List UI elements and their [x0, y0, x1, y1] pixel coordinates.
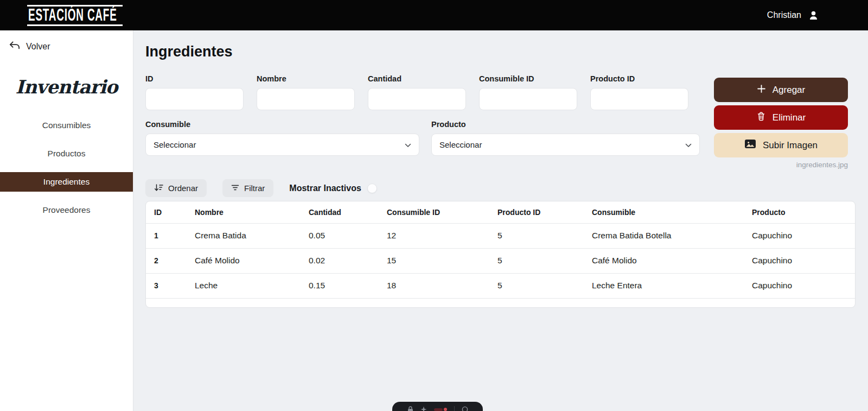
sidebar-nav: ConsumiblesProductosIngredientesProveedo… [0, 116, 133, 220]
select-label: Producto [431, 120, 700, 129]
table-cell: 2 [146, 248, 187, 273]
sidebar: Volver Inventario ConsumiblesProductosIn… [0, 30, 133, 411]
user-menu[interactable]: Christian [767, 10, 819, 21]
table-cell: Crema Batida Botella [584, 223, 744, 248]
consumible-select[interactable]: Seleccionar [145, 134, 419, 156]
person-icon [808, 10, 819, 21]
sidebar-item-proveedores[interactable]: Proveedores [0, 200, 133, 220]
table-body: 1Crema Batida0.05125Crema Batida Botella… [146, 223, 855, 298]
filter-input-cantidad[interactable] [368, 88, 466, 110]
main-content: Ingredientes ID Nombre Cantidad Consumib… [134, 30, 868, 411]
plus-icon [757, 84, 766, 96]
chevron-down-icon [405, 140, 411, 149]
select-field: Consumible Seleccionar [145, 120, 419, 156]
filter-input-id[interactable] [145, 88, 244, 110]
select-field: Producto Seleccionar [431, 120, 700, 156]
filter-input-nombre[interactable] [257, 88, 355, 110]
table-row[interactable]: 1Crema Batida0.05125Crema Batida Botella… [146, 223, 855, 248]
filter-field: Consumible ID [479, 74, 577, 110]
table-cell: 0.15 [301, 273, 379, 298]
back-label: Volver [26, 42, 50, 52]
table-cell: 15 [379, 248, 489, 273]
select-value: Seleccionar [439, 140, 482, 149]
table-toolbar: Ordenar Filtrar Mostrar Inactivos [145, 179, 377, 197]
table-cell: Capuchino [744, 273, 855, 298]
table-cell: Capuchino [744, 223, 855, 248]
sort-label: Ordenar [168, 184, 198, 193]
upload-filename: ingredientes.jpg [714, 161, 848, 169]
table-cell: Capuchino [744, 248, 855, 273]
table-column-header: Nombre [187, 201, 301, 223]
sort-descending-icon [154, 184, 163, 193]
back-button[interactable]: Volver [0, 30, 133, 52]
show-inactive-toggle[interactable] [367, 184, 377, 193]
table-column-header: Consumible [584, 201, 744, 223]
table-row[interactable]: 3Leche0.15185Leche EnteraCapuchino [146, 273, 855, 298]
table-column-header: Cantidad [301, 201, 379, 223]
delete-label: Eliminar [773, 112, 806, 123]
filter-label: Producto ID [590, 74, 688, 83]
filter-input-consumible-id[interactable] [479, 88, 577, 110]
table-cell: Crema Batida [187, 223, 301, 248]
filter-field: ID [145, 74, 244, 110]
select-label: Consumible [145, 120, 419, 129]
table-column-header: Consumible ID [379, 201, 489, 223]
page-title: Ingredientes [145, 43, 233, 60]
filter-label: Nombre [257, 74, 355, 83]
recording-indicator[interactable] [434, 406, 447, 411]
lock-icon[interactable] [407, 406, 413, 411]
table-cell: Leche [187, 273, 301, 298]
table-cell: Café Molido [584, 248, 744, 273]
table-bottom-strip [146, 299, 855, 307]
filter-fields: ID Nombre Cantidad Consumible ID Product… [145, 74, 688, 110]
filter-button[interactable]: Filtrar [222, 179, 273, 197]
sparkle-icon[interactable] [420, 406, 427, 411]
show-inactive-label: Mostrar Inactivos [289, 184, 361, 193]
table-cell: 5 [489, 273, 584, 298]
delete-button[interactable]: Eliminar [714, 105, 848, 130]
table-cell: 1 [146, 223, 187, 248]
circle-icon[interactable] [462, 406, 468, 411]
filter-field: Nombre [257, 74, 355, 110]
upload-image-button[interactable]: Subir Imagen [714, 133, 848, 157]
top-header: ESTACIÓN CAFÉ Christian [0, 0, 868, 30]
image-icon [744, 139, 756, 151]
user-name: Christian [767, 10, 801, 20]
table-cell: 3 [146, 273, 187, 298]
undo-arrow-icon [9, 40, 20, 53]
trash-icon [756, 111, 766, 124]
filter-field: Cantidad [368, 74, 466, 110]
table-cell: 0.05 [301, 223, 379, 248]
sort-button[interactable]: Ordenar [145, 179, 207, 197]
filter-label: Filtrar [244, 184, 265, 193]
floating-browser-toolbar [392, 402, 483, 411]
action-buttons: Agregar Eliminar [714, 78, 848, 169]
brand-logo: ESTACIÓN CAFÉ [27, 5, 123, 26]
table-row[interactable]: 2Café Molido0.02155Café MolidoCapuchino [146, 248, 855, 273]
filter-field: Producto ID [590, 74, 688, 110]
sidebar-item-productos[interactable]: Productos [0, 144, 133, 163]
toolbar-divider [454, 406, 455, 411]
filter-label: ID [145, 74, 244, 83]
table-cell: 5 [489, 223, 584, 248]
add-button[interactable]: Agregar [714, 78, 848, 102]
filter-label: Consumible ID [479, 74, 577, 83]
show-inactive-control: Mostrar Inactivos [289, 184, 376, 193]
sidebar-item-consumibles[interactable]: Consumibles [0, 116, 133, 135]
table-header-row: IDNombreCantidadConsumible IDProducto ID… [146, 201, 855, 223]
table-cell: Café Molido [187, 248, 301, 273]
sidebar-item-ingredientes[interactable]: Ingredientes [0, 172, 133, 192]
select-value: Seleccionar [154, 140, 196, 149]
producto-select[interactable]: Seleccionar [431, 134, 700, 156]
filter-lines-icon [231, 184, 239, 193]
chevron-down-icon [685, 140, 692, 149]
upload-label: Subir Imagen [763, 140, 818, 151]
table-cell: 0.02 [301, 248, 379, 273]
filter-input-producto-id[interactable] [590, 88, 688, 110]
ingredients-table: IDNombreCantidadConsumible IDProducto ID… [145, 201, 856, 308]
table-column-header: Producto [744, 201, 855, 223]
add-label: Agregar [773, 85, 805, 96]
filter-label: Cantidad [368, 74, 466, 83]
table-cell: 12 [379, 223, 489, 248]
sidebar-title: Inventario [0, 76, 133, 98]
